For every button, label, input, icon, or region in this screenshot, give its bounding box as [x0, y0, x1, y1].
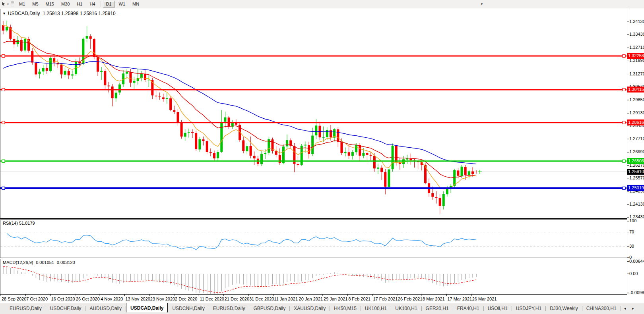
candle-body: [370, 155, 372, 156]
chart-canvas[interactable]: [0, 0, 644, 314]
chart-tab-uk100-h1[interactable]: UK100,H1: [391, 304, 421, 313]
candle-body: [129, 72, 132, 83]
candle-body: [195, 133, 197, 149]
level-line-handle: [623, 88, 625, 91]
chart-tab-xauusd-daily[interactable]: XAUUSD,Daily: [290, 304, 330, 313]
candle-body: [471, 171, 474, 174]
candle-body: [42, 68, 45, 71]
candle-body: [308, 145, 310, 154]
candle-body: [49, 58, 52, 71]
candle-body: [388, 170, 390, 187]
candlesticks: [2, 21, 477, 214]
candle-body: [344, 152, 347, 153]
candle-body: [315, 125, 317, 135]
candle-body: [439, 198, 441, 206]
candle-body: [220, 122, 223, 152]
rsi-line: [7, 233, 476, 250]
candle-body: [340, 142, 343, 153]
candle-body: [68, 71, 70, 75]
chart-tab-china300-h1[interactable]: CHINA300,H1: [582, 304, 621, 313]
rsi-tick-label: 70: [629, 229, 634, 234]
candle-body: [46, 68, 48, 71]
price-tick-label: 1.25570: [629, 175, 644, 180]
tab-scroll-left-icon[interactable]: ◂: [621, 304, 629, 313]
price-tick-label: 1.27710: [629, 136, 644, 141]
chart-tab-hk50-m15[interactable]: HK50,M15: [330, 304, 361, 313]
chart-tab-fra40-h1[interactable]: FRA40,H1: [453, 304, 483, 313]
candle-body: [337, 129, 339, 142]
chart-tab-usoil-h1[interactable]: USOil,H1: [484, 304, 512, 313]
chart-tab-ger30-h1[interactable]: GER30,H1: [422, 304, 453, 313]
chart-ohlc: 1.25913 1.25998 1.25816 1.25910: [43, 11, 116, 16]
tab-scroll-right-icon[interactable]: ▸: [629, 304, 637, 313]
price-tick-label: 1.34130: [629, 19, 644, 24]
level-line-handle: [2, 187, 5, 190]
level-price-box: 1.26503: [627, 158, 644, 164]
date-tick-label: 26 Feb 2021: [398, 297, 423, 301]
candle-body: [100, 71, 103, 72]
date-tick-label: 11 Dec 2020: [200, 297, 224, 301]
date-tick-label: 16 Oct 2020: [51, 297, 75, 301]
candle-body: [169, 98, 172, 110]
candle-body: [64, 71, 66, 75]
candle-body: [39, 72, 41, 74]
chart-tab-audusd-daily[interactable]: AUDUSD,Daily: [85, 304, 126, 313]
price-tick-label: 1.26990: [629, 149, 644, 154]
candle-body: [184, 133, 186, 137]
date-tick-label: 11 Jan 2021: [274, 297, 298, 301]
candle-body: [322, 137, 325, 138]
date-tick-label: 26 Oct 2020: [76, 297, 100, 301]
candle-body: [442, 194, 445, 206]
macd-tick-label: 0.00: [629, 271, 638, 276]
level-line-handle: [2, 121, 5, 124]
symbol-dropdown-icon[interactable]: ▼: [2, 12, 6, 15]
candle-body: [93, 39, 95, 57]
candle-body: [392, 146, 394, 169]
candle-body: [260, 154, 263, 164]
chart-tab-gbpusd-daily[interactable]: GBPUSD,Daily: [249, 304, 289, 313]
candle-body: [377, 168, 379, 169]
price-tick-label: 1.24130: [629, 202, 644, 206]
candle-body: [118, 85, 121, 92]
candle-body: [31, 51, 33, 62]
date-tick-label: 8 Feb 2021: [348, 297, 370, 301]
price-tick-label: 1.29130: [629, 110, 644, 115]
candle-body: [326, 130, 328, 137]
candle-body: [461, 167, 463, 176]
candle-body: [6, 27, 8, 31]
chart-tab-uk100-h1[interactable]: UK100,H1: [361, 304, 391, 313]
chart-tab-usdcad-daily[interactable]: USDCAD,Daily: [126, 303, 168, 312]
candle-body: [348, 152, 350, 156]
chart-tab-usdjpy-h1[interactable]: USDJPY,H1: [512, 304, 545, 313]
chart-tab-dj30-weekly[interactable]: DJ30,Weekly: [546, 304, 582, 313]
candle-body: [17, 40, 19, 44]
chart-tab-usdcnh-daily[interactable]: USDCNH,Daily: [168, 304, 208, 313]
candle-body: [279, 155, 281, 163]
chart-tab-eurusd-daily[interactable]: EURUSD,Daily: [6, 304, 46, 313]
candle-body: [86, 36, 88, 39]
candle-body: [457, 170, 459, 175]
candle-body: [111, 87, 114, 98]
candle-body: [97, 57, 99, 71]
price-tick-label: 1.32710: [629, 45, 644, 50]
candle-body: [246, 146, 248, 151]
chart-tab-usdchf-daily[interactable]: USDCHF,Daily: [46, 304, 85, 313]
candle-body: [144, 74, 146, 80]
date-tick-label: 13 Nov 2020: [126, 297, 150, 301]
candle-body: [409, 159, 412, 160]
candle-body: [435, 197, 437, 198]
date-tick-label: 28 Sep 2020: [2, 297, 26, 301]
candle-body: [475, 172, 477, 172]
candle-body: [468, 171, 470, 175]
chart-title: ▼USDCAD,Daily 1.25913 1.25998 1.25816 1.…: [2, 11, 116, 16]
date-tick-label: 17 Mar 2021: [447, 297, 472, 301]
candle-body: [115, 92, 117, 98]
date-tick-label: 8 Mar 2021: [423, 297, 445, 301]
candle-body: [162, 97, 165, 99]
date-tick-label: 21 Dec 2020: [225, 297, 249, 301]
candle-body: [431, 193, 434, 197]
candle-body: [198, 139, 201, 150]
date-tick-label: 31 Dec 2020: [249, 297, 274, 301]
chart-tab-eurusd-daily[interactable]: EURUSD,Daily: [209, 304, 249, 313]
rsi-label: RSI(14) 51.8179: [3, 221, 35, 225]
